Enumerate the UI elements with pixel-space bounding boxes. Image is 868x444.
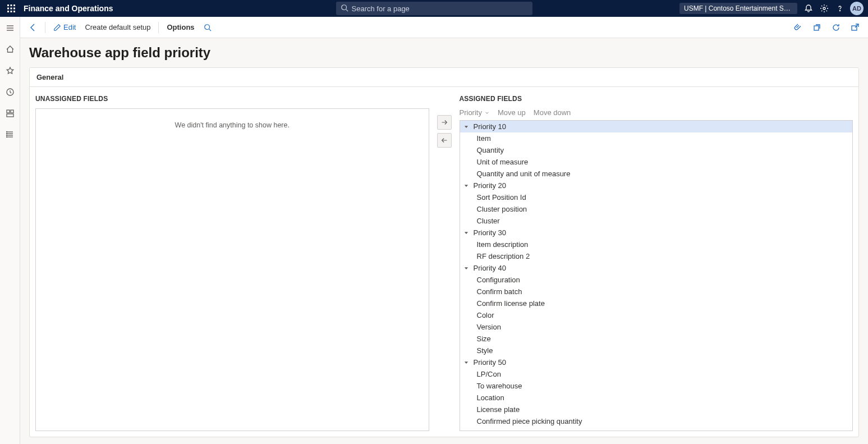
global-search bbox=[336, 2, 532, 15]
priority-group-header[interactable]: Priority 40 bbox=[460, 262, 853, 274]
priority-field-item[interactable]: Location bbox=[460, 392, 853, 404]
priority-field-item[interactable]: Color bbox=[460, 309, 853, 321]
priority-field-item[interactable]: LP/Con bbox=[460, 368, 853, 380]
priority-field-item[interactable]: Version bbox=[460, 321, 853, 333]
expand-caret-icon bbox=[462, 124, 470, 130]
unassigned-list[interactable]: We didn't find anything to show here. bbox=[35, 108, 429, 431]
attachments-button[interactable] bbox=[791, 20, 805, 35]
general-card: General UNASSIGNED FIELDS We didn't find… bbox=[29, 67, 859, 437]
chevron-down-icon bbox=[484, 110, 490, 116]
priority-field-item[interactable]: Size bbox=[460, 333, 853, 345]
priority-field-item[interactable]: Item bbox=[460, 132, 853, 144]
priority-field-item[interactable]: Unit of measure bbox=[460, 156, 853, 168]
user-avatar[interactable]: AD bbox=[850, 2, 864, 15]
nav-modules-icon[interactable] bbox=[2, 127, 18, 143]
move-up-button[interactable]: Move up bbox=[498, 108, 526, 117]
expand-caret-icon bbox=[462, 360, 470, 365]
nav-favorites-icon[interactable] bbox=[2, 63, 18, 79]
priority-field-item[interactable]: RF description 2 bbox=[460, 250, 853, 262]
divider bbox=[158, 22, 159, 33]
nav-recent-icon[interactable] bbox=[2, 84, 18, 100]
priority-group-label: Priority 50 bbox=[474, 358, 507, 367]
card-body: UNASSIGNED FIELDS We didn't find anythin… bbox=[30, 87, 858, 437]
svg-point-11 bbox=[823, 7, 825, 10]
priority-group-header[interactable]: Priority 30 bbox=[460, 227, 853, 239]
svg-point-26 bbox=[6, 135, 7, 136]
priority-group-header[interactable]: Priority 10 bbox=[460, 121, 853, 132]
svg-point-12 bbox=[839, 10, 840, 11]
priority-field-item[interactable]: Style bbox=[460, 345, 853, 356]
edit-label: Edit bbox=[63, 23, 76, 31]
priority-field-item[interactable]: Confirm batch bbox=[460, 286, 853, 297]
page-search-button[interactable] bbox=[200, 20, 215, 35]
svg-rect-18 bbox=[11, 110, 13, 113]
priority-field-item[interactable]: Confirmed piece picking quantity bbox=[460, 415, 853, 427]
page-body: Warehouse app field priority General UNA… bbox=[20, 38, 868, 444]
priority-field-item[interactable]: Confirm license plate bbox=[460, 297, 853, 309]
app-launcher-icon[interactable] bbox=[4, 2, 18, 15]
priority-field-item[interactable]: Cluster bbox=[460, 215, 853, 227]
priority-field-item[interactable]: License plate bbox=[460, 404, 853, 415]
refresh-button[interactable] bbox=[829, 20, 843, 35]
assigned-column: ASSIGNED FIELDS Priority Move up Move do… bbox=[454, 87, 859, 437]
svg-rect-5 bbox=[13, 8, 15, 10]
svg-point-24 bbox=[6, 132, 7, 132]
priority-label: Priority bbox=[460, 108, 482, 117]
unassigned-column: UNASSIGNED FIELDS We didn't find anythin… bbox=[30, 87, 435, 437]
priority-group-label: Priority 30 bbox=[474, 228, 507, 237]
left-nav-rail bbox=[0, 17, 20, 444]
priority-field-item[interactable]: Sort Position Id bbox=[460, 191, 853, 203]
priority-field-item[interactable]: Cluster position bbox=[460, 203, 853, 215]
global-header: Finance and Operations USMF | Contoso En… bbox=[0, 0, 868, 17]
priority-group-label: Priority 10 bbox=[474, 122, 507, 131]
brand-title: Finance and Operations bbox=[24, 4, 113, 13]
priority-group-header[interactable]: Priority 50 bbox=[460, 356, 853, 368]
assigned-title: ASSIGNED FIELDS bbox=[460, 95, 853, 103]
notifications-icon[interactable] bbox=[801, 1, 816, 16]
back-button[interactable] bbox=[26, 20, 40, 35]
popout-button[interactable] bbox=[848, 20, 862, 35]
priority-field-item[interactable]: Quantity bbox=[460, 144, 853, 156]
empty-message: We didn't find anything to show here. bbox=[36, 109, 429, 141]
priority-field-item[interactable]: Item description bbox=[460, 239, 853, 250]
priority-group-label: Priority 20 bbox=[474, 181, 507, 190]
help-icon[interactable] bbox=[832, 1, 848, 16]
options-button[interactable]: Options bbox=[163, 21, 198, 34]
svg-point-28 bbox=[204, 24, 209, 29]
edit-button[interactable]: Edit bbox=[50, 21, 79, 34]
card-header-general[interactable]: General bbox=[30, 68, 858, 87]
company-selector[interactable]: USMF | Contoso Entertainment Syste... bbox=[679, 3, 797, 14]
svg-rect-7 bbox=[11, 11, 12, 12]
nav-workspaces-icon[interactable] bbox=[2, 106, 18, 121]
priority-field-item[interactable]: To warehouse bbox=[460, 380, 853, 392]
move-left-button[interactable] bbox=[437, 133, 452, 148]
create-default-label: Create default setup bbox=[85, 23, 150, 31]
svg-rect-17 bbox=[7, 110, 10, 113]
action-bar: Edit Create default setup Options bbox=[20, 17, 868, 38]
settings-icon[interactable] bbox=[816, 1, 832, 16]
assigned-list[interactable]: Priority 10ItemQuantityUnit of measureQu… bbox=[460, 120, 853, 431]
open-new-button[interactable] bbox=[810, 20, 824, 35]
create-default-button[interactable]: Create default setup bbox=[81, 21, 154, 34]
divider bbox=[45, 22, 45, 33]
priority-dropdown[interactable]: Priority bbox=[460, 108, 490, 117]
move-down-button[interactable]: Move down bbox=[534, 108, 571, 117]
priority-field-item[interactable]: Configuration bbox=[460, 274, 853, 286]
svg-rect-1 bbox=[11, 4, 12, 6]
nav-hamburger-icon[interactable] bbox=[2, 20, 18, 36]
move-buttons-column bbox=[435, 87, 454, 437]
svg-point-25 bbox=[6, 134, 7, 134]
main-column: Edit Create default setup Options bbox=[20, 17, 868, 444]
priority-field-item[interactable]: Quantity and unit of measure bbox=[460, 168, 853, 180]
svg-rect-4 bbox=[11, 8, 12, 10]
priority-group-label: Priority 40 bbox=[474, 264, 507, 272]
svg-rect-8 bbox=[13, 11, 15, 12]
move-right-button[interactable] bbox=[437, 115, 452, 130]
svg-rect-6 bbox=[7, 11, 9, 12]
svg-rect-2 bbox=[13, 4, 15, 6]
shell: Edit Create default setup Options bbox=[0, 17, 868, 444]
search-input[interactable] bbox=[336, 2, 532, 15]
expand-caret-icon bbox=[462, 266, 470, 271]
nav-home-icon[interactable] bbox=[2, 42, 18, 57]
priority-group-header[interactable]: Priority 20 bbox=[460, 180, 853, 191]
